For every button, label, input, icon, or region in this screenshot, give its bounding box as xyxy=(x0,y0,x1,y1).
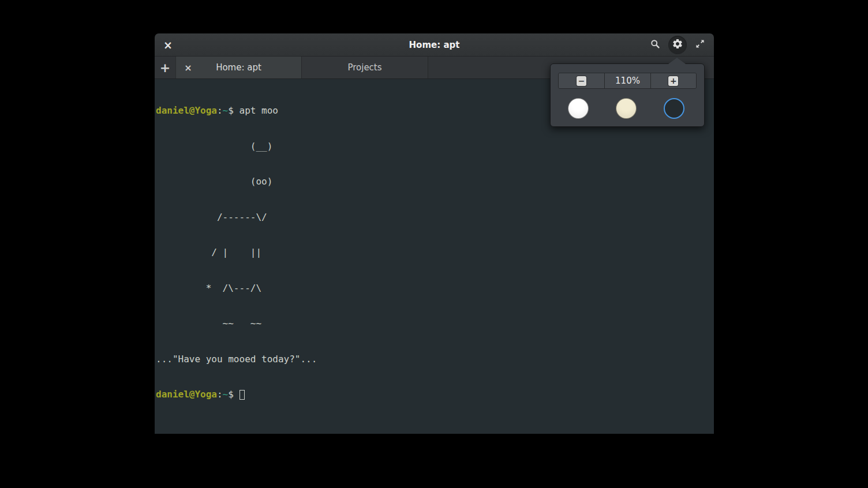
search-icon xyxy=(650,39,660,51)
zoom-in-button[interactable]: + xyxy=(650,73,696,88)
terminal-line: / | || xyxy=(156,247,713,259)
command-text: apt moo xyxy=(240,105,278,116)
terminal-screen[interactable]: daniel@Yoga:~$apt moo (__) (oo) /------\… xyxy=(155,79,714,434)
plus-icon: + xyxy=(668,76,678,86)
zoom-out-button[interactable]: − xyxy=(559,73,604,88)
search-button[interactable] xyxy=(646,36,664,54)
titlebar-actions xyxy=(646,33,709,57)
prompt-colon: : xyxy=(217,389,223,400)
terminal-line: /------\/ xyxy=(156,212,713,224)
settings-popover: − 110% + xyxy=(550,63,705,127)
prompt-user-host: daniel@Yoga xyxy=(156,389,217,400)
new-tab-button[interactable]: + xyxy=(155,57,176,78)
terminal-line: (oo) xyxy=(156,176,713,188)
theme-light-swatch[interactable] xyxy=(568,98,589,119)
zoom-level-value: 110% xyxy=(615,76,640,86)
prompt-dollar: $ xyxy=(228,105,234,116)
settings-button[interactable] xyxy=(668,36,687,54)
terminal-line: ~~ ~~ xyxy=(156,318,713,330)
window-title: Home: apt xyxy=(155,33,714,57)
tab-close-button[interactable]: × xyxy=(182,61,194,74)
prompt-path: ~ xyxy=(223,105,229,116)
tab-label: Home: apt xyxy=(216,62,261,73)
terminal-line: ..."Have you mooed today?"... xyxy=(156,354,713,366)
gear-icon xyxy=(672,38,683,52)
terminal-line: (__) xyxy=(156,141,713,153)
tab-projects[interactable]: Projects xyxy=(302,57,428,78)
terminal-cursor xyxy=(240,390,245,400)
tab-label: Projects xyxy=(347,62,381,73)
prompt-user-host: daniel@Yoga xyxy=(156,105,217,116)
tab-home-apt[interactable]: × Home: apt xyxy=(176,57,302,78)
zoom-control: − 110% + xyxy=(558,73,697,89)
prompt-colon: : xyxy=(217,105,223,116)
theme-dark-swatch-selected[interactable] xyxy=(664,98,684,119)
plus-icon: + xyxy=(160,61,170,75)
fullscreen-button[interactable] xyxy=(691,36,709,54)
zoom-level-button[interactable]: 110% xyxy=(604,73,650,88)
popover-arrow xyxy=(668,58,686,64)
close-icon: × xyxy=(184,62,192,73)
fullscreen-icon xyxy=(695,39,705,51)
titlebar: × Home: apt xyxy=(155,33,714,57)
prompt-dollar: $ xyxy=(228,389,234,400)
theme-selector xyxy=(551,98,704,119)
minus-icon: − xyxy=(577,76,586,86)
terminal-line: daniel@Yoga:~$ xyxy=(156,389,713,401)
theme-sepia-swatch[interactable] xyxy=(616,98,637,119)
terminal-line: * /\---/\ xyxy=(156,283,713,295)
prompt-path: ~ xyxy=(223,389,229,400)
